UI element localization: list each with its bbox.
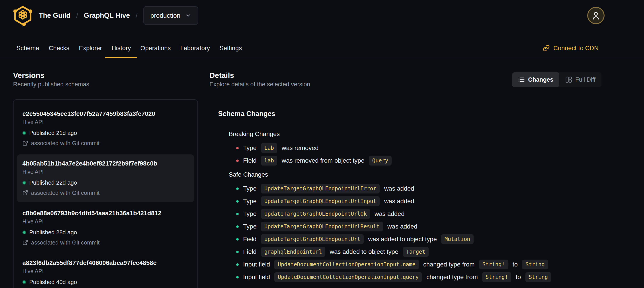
changes-view-label: Changes [528, 76, 553, 83]
change-row: Input fieldUpdateDocumentCollectionOpera… [236, 259, 602, 269]
safe-bullet-icon [236, 200, 239, 203]
tab-list: SchemaChecksExplorerHistoryOperationsLab… [13, 44, 245, 52]
tab-laboratory[interactable]: Laboratory [177, 44, 213, 52]
change-text: to [516, 273, 521, 281]
change-code-chip: String [522, 259, 548, 269]
versions-title: Versions [13, 71, 198, 80]
change-code-chip: UpdateTargetGraphQLEndpointUrlInput [261, 196, 380, 206]
chevron-down-icon [185, 13, 191, 19]
git-commit-link[interactable]: associated with Git commit [22, 239, 188, 246]
change-code-chip: UpdateTargetGraphQLEndpointUrlOk [261, 209, 370, 219]
user-icon [592, 11, 600, 20]
safe-bullet-icon [236, 187, 239, 190]
version-service: Hive API [22, 218, 188, 225]
details-subtitle: Explore details of the selected version [210, 81, 310, 88]
version-card[interactable]: 4b05ab51b1b4a7e2e4b0ef82172f2b9f7ef98c0b… [17, 154, 194, 202]
version-status: Published 28d ago [22, 229, 188, 236]
breadcrumb-org[interactable]: The Guild [39, 12, 70, 20]
change-row: FieldgraphqlEndpointUrlwas added to obje… [236, 247, 602, 257]
change-text: Type [243, 144, 256, 152]
breaking-bullet-icon [236, 147, 239, 149]
git-commit-label: associated with Git commit [31, 140, 100, 147]
change-text: Type [243, 185, 256, 192]
external-link-icon [22, 190, 28, 196]
version-status: Published 40d ago [22, 278, 188, 285]
version-status: Published 21d ago [22, 129, 188, 136]
tab-schema[interactable]: Schema [13, 44, 42, 52]
connect-to-cdn-button[interactable]: Connect to CDN [543, 44, 598, 52]
app-header: The Guild / GraphQL Hive / production [0, 0, 644, 31]
version-service: Hive API [22, 268, 188, 274]
published-label: Published 40d ago [29, 278, 77, 285]
breaking-bullet-icon [236, 160, 239, 162]
tab-explorer[interactable]: Explorer [76, 44, 105, 52]
breadcrumb-separator: / [76, 12, 78, 19]
change-code-chip: UpdateDocumentCollectionOperationInput.q… [274, 272, 422, 282]
list-icon [518, 76, 525, 83]
change-text: changed type from [426, 273, 478, 281]
change-row: TypeUpdateTargetGraphQLEndpointUrlOkwas … [236, 209, 602, 219]
change-row: TypeUpdateTargetGraphQLEndpointUrlInputw… [236, 196, 602, 206]
change-row: TypeUpdateTargetGraphQLEndpointUrlResult… [236, 222, 602, 231]
breaking-changes-group: Breaking Changes TypeLabwas removedField… [218, 130, 602, 282]
version-hash: c8b6e88a06793b9c4dfd54aaa21b36a1b421d812 [22, 210, 188, 216]
change-row: FieldupdateTargetGraphQLEndpointUrlwas a… [236, 234, 602, 244]
target-selector-value: production [150, 12, 180, 19]
user-avatar-button[interactable] [587, 7, 604, 24]
published-dot [22, 181, 26, 185]
git-commit-label: associated with Git commit [31, 239, 100, 246]
change-code-chip: String [526, 272, 551, 282]
change-text: was added to object type [368, 235, 437, 243]
version-card[interactable]: c8b6e88a06793b9c4dfd54aaa21b36a1b421d812… [17, 204, 194, 252]
change-code-chip: lab [261, 156, 277, 166]
breadcrumb-project[interactable]: GraphQL Hive [84, 12, 130, 20]
change-row: TypeLabwas removed [236, 143, 602, 153]
breadcrumb-separator: / [136, 12, 138, 19]
changes-view-button[interactable]: Changes [512, 72, 559, 87]
safe-bullet-icon [236, 251, 239, 253]
git-commit-link[interactable]: associated with Git commit [22, 189, 188, 196]
change-code-chip: UpdateTargetGraphQLEndpointUrlError [261, 184, 380, 193]
details-header: Details Explore details of the selected … [210, 71, 602, 88]
link-icon [543, 45, 550, 52]
change-code-chip: Query [369, 156, 392, 166]
change-code-chip: Target [403, 247, 429, 257]
safe-bullet-icon [236, 238, 239, 240]
breaking-changes-list: TypeLabwas removedFieldlabwas removed fr… [229, 143, 602, 166]
target-nav: SchemaChecksExplorerHistoryOperationsLab… [0, 31, 644, 58]
tab-checks[interactable]: Checks [46, 44, 72, 52]
published-label: Published 22d ago [29, 179, 77, 186]
tab-history[interactable]: History [108, 44, 134, 52]
safe-bullet-icon [236, 276, 239, 278]
tab-settings[interactable]: Settings [216, 44, 245, 52]
change-code-chip: String! [479, 259, 508, 269]
version-card[interactable]: e2e55045345ce13fe07f52a77459b83fa3fe7020… [17, 105, 194, 152]
change-text: Field [243, 235, 256, 243]
tab-operations[interactable]: Operations [137, 44, 174, 52]
change-text: Input field [243, 273, 270, 281]
published-dot [22, 230, 26, 234]
hive-logo-icon[interactable] [13, 5, 33, 26]
split-columns-icon [565, 76, 572, 83]
full-diff-view-button[interactable]: Full Diff [559, 72, 602, 87]
details-title: Details [210, 71, 310, 80]
version-card[interactable]: a823f6db2a55df877dcf406006abca97fcc4858c… [17, 254, 194, 288]
version-hash: a823f6db2a55df877dcf406006abca97fcc4858c [22, 259, 188, 266]
change-text: Type [243, 223, 256, 230]
breadcrumb: The Guild / GraphQL Hive / production [39, 6, 198, 25]
published-dot [22, 280, 26, 284]
change-code-chip: UpdateDocumentCollectionOperationInput.n… [274, 259, 418, 269]
change-row: TypeUpdateTargetGraphQLEndpointUrlErrorw… [236, 184, 602, 193]
change-text: was added [374, 210, 404, 218]
git-commit-link[interactable]: associated with Git commit [22, 140, 188, 147]
main-content: Versions Recently published schemas. e2e… [0, 58, 644, 288]
change-row: Input fieldUpdateDocumentCollectionOpera… [236, 272, 602, 282]
change-text: changed type from [423, 261, 475, 268]
connect-to-cdn-label: Connect to CDN [553, 44, 598, 52]
target-selector[interactable]: production [144, 6, 198, 25]
safe-bullet-icon [236, 225, 239, 228]
versions-subtitle: Recently published schemas. [13, 81, 198, 88]
versions-list: e2e55045345ce13fe07f52a77459b83fa3fe7020… [13, 99, 198, 288]
change-code-chip: Lab [261, 143, 277, 153]
change-text: Type [243, 197, 256, 205]
